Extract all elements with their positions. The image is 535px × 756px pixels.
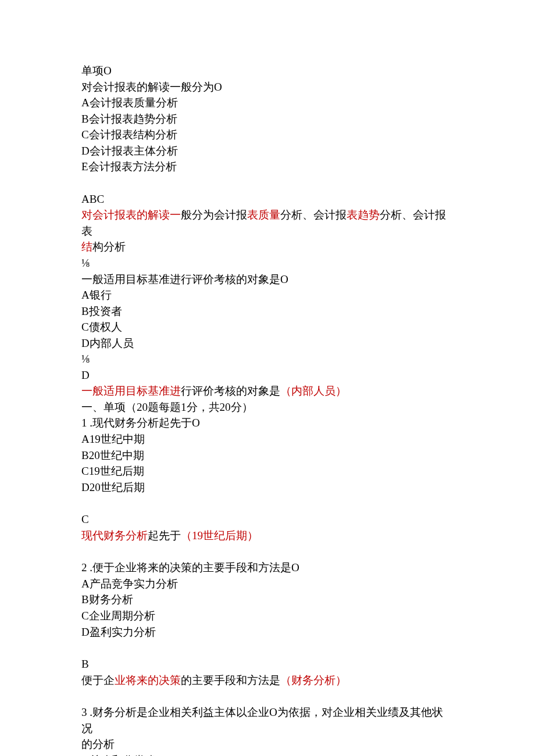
body-text: 的分析 xyxy=(81,738,115,750)
text-line: 3 .财务分析是企业相关利益主体以企业O为依据，对企业相关业绩及其他状况 xyxy=(81,704,454,736)
blank-line xyxy=(81,640,454,656)
text-line: C企业周期分析 xyxy=(81,608,454,624)
text-line: A19世纪中期 xyxy=(81,431,454,447)
body-text: 构分析 xyxy=(92,241,126,253)
body-text: C企业周期分析 xyxy=(81,610,155,622)
body-text: 般分为会计报 xyxy=(181,209,247,221)
highlighted-text: 表质量 xyxy=(247,209,280,221)
body-text: 对会计报表的解读一般分为O xyxy=(81,81,222,93)
body-text: A会计报表质量分析 xyxy=(81,96,178,109)
text-line: 一般适用目标基准进行评价考核的对象是O xyxy=(81,271,454,288)
text-line: C债权人 xyxy=(81,319,454,335)
body-text: D xyxy=(81,369,90,381)
text-line: ⅛ xyxy=(81,255,454,271)
text-line: C会计报表结构分析 xyxy=(81,127,454,143)
body-text: D内部人员 xyxy=(81,337,134,349)
text-line: 对会计报表的解读一般分为O xyxy=(81,79,454,95)
highlighted-text: 一般适用目标基准进 xyxy=(81,385,181,397)
document-page: 单项O对会计报表的解读一般分为OA会计报表质量分析B会计报表趋势分析C会计报表结… xyxy=(0,0,535,756)
text-line: ABC xyxy=(81,191,454,207)
text-line: B财务分析 xyxy=(81,592,454,608)
highlighted-text: 业将来的决策 xyxy=(115,674,181,686)
text-line: A产品竞争实力分析 xyxy=(81,576,454,592)
highlighted-text: 表趋势 xyxy=(347,209,380,221)
highlighted-text: 结 xyxy=(81,241,92,253)
text-line: D xyxy=(81,367,454,384)
body-text: 单项O xyxy=(81,65,112,77)
highlighted-text: 现代财务分析 xyxy=(81,529,148,542)
text-line: 便于企业将来的决策的主要手段和方法是（财务分析） xyxy=(81,672,454,689)
blank-line xyxy=(81,175,454,191)
text-line: 2 .便于企业将来的决策的主要手段和方法是O xyxy=(81,560,454,576)
body-text: E会计报表方法分析 xyxy=(81,160,177,173)
text-line: 1 .现代财务分析起先于O xyxy=(81,415,454,431)
body-text: D会计报表主体分析 xyxy=(81,145,178,157)
text-line: B xyxy=(81,656,454,672)
body-text: ⅛ xyxy=(81,353,90,365)
body-text: C19世纪后期 xyxy=(81,465,144,477)
text-line: D20世纪后期 xyxy=(81,479,454,496)
text-line: D会计报表主体分析 xyxy=(81,143,454,159)
body-text: 分析、会计报 xyxy=(280,209,347,221)
text-line: C xyxy=(81,511,454,528)
text-line: 对会计报表的解读一般分为会计报表质量分析、会计报表趋势分析、会计报表 xyxy=(81,207,454,239)
highlighted-text: （内部人员） xyxy=(280,385,347,397)
blank-line xyxy=(81,495,454,511)
blank-line xyxy=(81,543,454,560)
text-line: 的分析 xyxy=(81,736,454,753)
blank-line xyxy=(81,688,454,704)
body-text: 行评价考核的对象是 xyxy=(181,385,280,397)
text-line: A总账和分类账 xyxy=(81,753,454,756)
body-text: B20世纪中期 xyxy=(81,449,144,461)
body-text: 的主要手段和方法是 xyxy=(181,674,280,686)
body-text: A产品竞争实力分析 xyxy=(81,578,178,590)
text-line: B20世纪中期 xyxy=(81,447,454,464)
highlighted-text: （19世纪后期） xyxy=(181,529,258,542)
body-text: 2 .便于企业将来的决策的主要手段和方法是O xyxy=(81,561,299,574)
highlighted-text: （财务分析） xyxy=(280,674,347,686)
text-line: E会计报表方法分析 xyxy=(81,159,454,175)
body-text: D20世纪后期 xyxy=(81,481,145,493)
text-line: ⅛ xyxy=(81,351,454,367)
body-text: 3 .财务分析是企业相关利益主体以企业O为依据，对企业相关业绩及其他状况 xyxy=(81,706,443,734)
text-line: B会计报表趋势分析 xyxy=(81,111,454,127)
text-line: A会计报表质量分析 xyxy=(81,95,454,111)
text-line: 单项O xyxy=(81,63,454,79)
body-text: C xyxy=(81,513,89,525)
body-text: 1 .现代财务分析起先于O xyxy=(81,417,200,429)
body-text: ABC xyxy=(81,193,104,205)
body-text: A银行 xyxy=(81,289,112,301)
text-line: C19世纪后期 xyxy=(81,463,454,479)
body-text: B投资者 xyxy=(81,305,122,317)
body-text: 起先于 xyxy=(148,529,181,542)
text-line: D盈利实力分析 xyxy=(81,624,454,640)
body-text: 一般适用目标基准进行评价考核的对象是O xyxy=(81,273,288,285)
body-text: B会计报表趋势分析 xyxy=(81,113,177,125)
text-line: 现代财务分析起先于（19世纪后期） xyxy=(81,528,454,544)
body-text: C债权人 xyxy=(81,321,122,333)
text-line: A银行 xyxy=(81,287,454,303)
text-line: 一般适用目标基准进行评价考核的对象是（内部人员） xyxy=(81,383,454,399)
text-line: D内部人员 xyxy=(81,335,454,352)
body-text: 便于企 xyxy=(81,674,115,686)
body-text: D盈利实力分析 xyxy=(81,626,156,638)
text-line: 结构分析 xyxy=(81,239,454,255)
body-text: 一、单项（20题每题1分，共20分） xyxy=(81,401,253,413)
body-text: ⅛ xyxy=(81,257,90,269)
body-text: B xyxy=(81,658,89,670)
body-text: C会计报表结构分析 xyxy=(81,128,177,141)
highlighted-text: 对会计报表的解读一 xyxy=(81,209,181,221)
body-text: B财务分析 xyxy=(81,593,133,605)
text-line: B投资者 xyxy=(81,303,454,320)
text-line: 一、单项（20题每题1分，共20分） xyxy=(81,399,454,415)
body-text: A19世纪中期 xyxy=(81,433,145,445)
